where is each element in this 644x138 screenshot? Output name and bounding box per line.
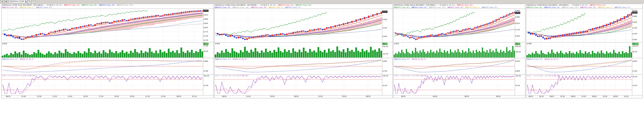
price-section-axis: 8,9158,8408,7658,6908,910: [382, 9, 392, 42]
time-axis-label: 13:20: [52, 96, 57, 97]
axis-tick-label: 8,960: [515, 10, 520, 12]
macd-section[interactable]: 8,8108,690移動平均( Close, 75 )MACD( 12, 26,…: [394, 58, 525, 74]
time-axis-label: 08/30: [613, 96, 618, 97]
axis-tick-label: 95.00: [632, 51, 637, 53]
chart-panel-5min[interactable]: 日経225mini 11/09( 5分足 2011/08/26 - 2011/0…: [2, 4, 214, 98]
axis-tick-label: 40.00: [204, 51, 208, 52]
time-axis: 08/2508/2608/2908/30: [394, 95, 525, 98]
volume-section[interactable]: 600.00300.00x 100出来高: [394, 42, 525, 58]
stoch-section[interactable]: 100.0045.00スロー・ストキャスティクス( 14, 3, 80, 20 …: [394, 74, 525, 95]
indicator-label: 一目均衡表( 9, 26, 52 ): [259, 4, 276, 6]
panel-header-line1: 日経225mini 11/09( 60分足 2011/08/22 - 2011/…: [526, 4, 642, 6]
stoch-section[interactable]: 100.0045.00スロー・ストキャスティクス( 14, 3, 80, 20 …: [2, 74, 214, 95]
draw-icon[interactable]: ✎: [28, 0, 31, 3]
indicator-label: MACD( 12, 26, 9 ): [20, 59, 34, 60]
time-axis-label: 08/29: [592, 96, 597, 97]
indicator-label: 移動平均( Close, 40 ): [394, 6, 410, 8]
menu-icon[interactable]: ▤: [1, 0, 4, 3]
indicator-label: 移動平均( Close, 20 ): [580, 6, 596, 8]
volume-section-axis: 185.0095.00x 1000: [632, 42, 642, 58]
indicator-label: スロー・ストキャスティクス( 14, 3, 80, 20 ): [527, 75, 560, 76]
indicator-label: 日経225mini 11/09( 15分足 2011/08/22 - 2011/…: [215, 4, 258, 6]
axis-tick-label: 100.00: [204, 75, 209, 77]
chart-panel-15min[interactable]: 日経225mini 11/09( 15分足 2011/08/22 - 2011/…: [214, 4, 392, 98]
axis-tick-label: 8,880: [204, 60, 208, 62]
volume-section[interactable]: 185.0095.00x 1000出来高: [526, 42, 642, 58]
axis-tick-label: 8,765: [382, 27, 387, 29]
indicator-label: 移動平均( Close, 75 ): [215, 59, 231, 60]
macd-section-axis: 8,8008,700: [632, 58, 642, 74]
macd-section-axis: 8,8108,690: [515, 58, 525, 74]
indicator-label: 移動平均( Close, 75 ): [285, 6, 301, 8]
volume-scale-badge: x 100: [515, 43, 520, 45]
price-section-plot: [214, 9, 382, 42]
time-axis-label: 08/25: [550, 96, 554, 97]
volume-section-axis: 75.0040.00x 100: [203, 42, 214, 58]
price-section-plot: [526, 9, 632, 42]
indicator-label: 移動平均( Close, 25 ): [411, 6, 427, 8]
volume-label: 出来高: [527, 43, 533, 45]
indicator-label: スロー・ストキャスティクス( 14, 3, 80, 20 ): [215, 75, 248, 76]
price-section-plot: [394, 9, 515, 42]
axis-tick-label: 45.00: [632, 85, 637, 86]
stoch-section-axis: 95.0045.00: [632, 74, 642, 95]
indicator-label: 移動平均( Close, 150 ): [117, 4, 134, 6]
time-axis-label: 16:30: [603, 96, 607, 97]
time-axis-label: 16:30: [560, 96, 565, 97]
macd-section[interactable]: 8,8058,705移動平均( Close, 75 )MACD( 12, 26,…: [214, 58, 392, 74]
chart-panel-60min[interactable]: 日経225mini 11/09( 60分足 2011/08/22 - 2011/…: [526, 4, 642, 98]
stoch-label: スロー・ストキャスティクス( 14, 3, 80, 20 ): [527, 75, 562, 77]
stoch-section[interactable]: 100.0045.00スロー・ストキャスティクス( 14, 3, 80, 20 …: [214, 74, 392, 95]
panel-header-line2: 移動平均( Close, 40 )移動平均( Close, 25 )移動平均( …: [394, 6, 525, 9]
stoch-section-plot: [394, 74, 515, 95]
axis-tick-label: 8,940: [632, 10, 637, 11]
volume-label: 出来高: [2, 43, 9, 45]
axis-tick-label: 8,880: [632, 15, 637, 17]
macd-section[interactable]: 8,8808,780移動平均( Close, 75 )MACD( 12, 26,…: [2, 58, 214, 74]
macd-section-axis: 8,8058,705: [382, 58, 392, 74]
axis-tick-label: 8,805: [382, 60, 387, 62]
price-section-plot: [2, 9, 203, 42]
volume-section[interactable]: 75.0040.00x 100出来高: [2, 42, 214, 58]
axis-tick-label: 8,810: [204, 27, 208, 28]
price-section[interactable]: 8,9408,8808,8208,7608,7008,6408,920: [526, 9, 642, 42]
last-price-badge: 8,920: [632, 11, 638, 13]
refresh-icon[interactable]: ↻: [32, 0, 35, 3]
last-price-badge: 8,950: [203, 10, 208, 12]
volume-label-text: 出来高: [394, 43, 399, 45]
indicator-label: 日経225mini 11/09( 60分足 2011/08/22 - 2011/…: [526, 4, 569, 6]
panel-header-line2: 移動平均( Close, 25 )移動平均( Close, 150 )移動平均(…: [214, 6, 392, 9]
indicator-label: 日経225mini 11/09( 30分足 2011/08/22 - 2011/…: [394, 4, 436, 6]
axis-tick-label: 8,735: [515, 29, 520, 31]
volume-label: 出来高: [215, 43, 222, 45]
chart-grid-icon[interactable]: ▦: [4, 0, 8, 3]
axis-tick-label: 600.00: [515, 45, 521, 47]
stoch-section[interactable]: 95.0045.00スロー・ストキャスティクス( 14, 3, 80, 20 ): [526, 74, 642, 95]
symbol-select[interactable]: 日経225mini 11/09 ▼: [8, 0, 27, 3]
price-section[interactable]: 8,9608,8858,8108,7358,6608,935: [394, 9, 525, 42]
stoch-label: スロー・ストキャスティクス( 14, 3, 80, 20 ): [2, 75, 37, 77]
time-axis-label: 08/24: [528, 96, 533, 97]
indicator-label: 移動平均( Close, 75 ): [36, 6, 52, 8]
axis-tick-label: 8,705: [382, 70, 387, 72]
indicator-label: 移動平均( Close, 25 ): [99, 4, 115, 6]
price-section[interactable]: 8,9158,8408,7658,6908,910: [214, 9, 392, 42]
volume-scale-badge: x 1000: [632, 43, 638, 45]
axis-tick-label: 8,845: [204, 22, 208, 24]
time-axis-label: 08/29: [294, 96, 298, 97]
volume-section[interactable]: 435.00145.00x 100出来高: [214, 42, 392, 58]
stoch-label: スロー・ストキャスティクス( 14, 3, 80, 20 ): [215, 75, 250, 77]
axis-tick-label: 8,690: [515, 70, 520, 72]
macd-section[interactable]: 8,8008,700移動平均( Close, 75 )MACD( 12, 26,…: [526, 58, 642, 74]
time-axis-label: 08/26: [222, 96, 226, 97]
axis-tick-label: 8,820: [632, 21, 637, 23]
indicator-label: 移動平均( Close, 150 ): [429, 6, 446, 8]
price-section[interactable]: 8,9508,9158,8808,8458,8108,7758,7408,705…: [2, 9, 214, 42]
time-axis: 08/2910:4012:0013:2014:4016:0017:2018:40…: [2, 95, 214, 98]
app-window: { "toolbar": { "symbol": "日経225mini 11/0…: [0, 0, 644, 138]
axis-tick-label: 8,740: [204, 35, 208, 37]
panel-header-line2: 移動平均( Close, 20 )移動平均( Close, 5 )移動平均( C…: [2, 6, 214, 9]
axis-tick-label: 8,810: [515, 60, 520, 62]
time-axis-label: 22:40: [161, 96, 166, 97]
chart-panel-30min[interactable]: 日経225mini 11/09( 30分足 2011/08/22 - 2011/…: [393, 4, 525, 98]
